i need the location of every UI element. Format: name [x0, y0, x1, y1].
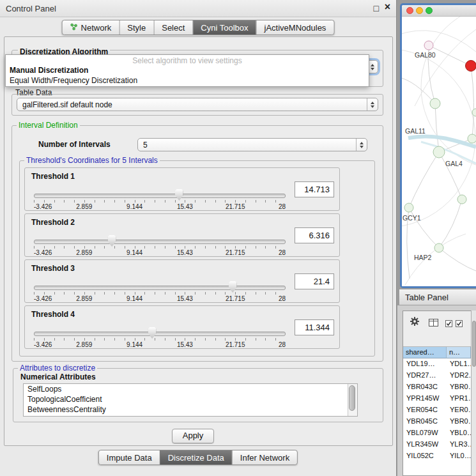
columns-icon[interactable]: [429, 318, 438, 329]
close-icon[interactable]: ×: [385, 2, 390, 12]
network-node-selected-red[interactable]: [466, 61, 476, 72]
network-node[interactable]: [457, 195, 466, 204]
list-scrollbar[interactable]: [348, 384, 357, 416]
scale-tick-label: -3.426: [34, 249, 52, 256]
threshold-3-panel: Threshold 3 -3.4262.8599.14415.4321.7152…: [24, 259, 340, 303]
threshold-1-slider[interactable]: -3.4262.8599.14415.4321.71528: [34, 191, 286, 210]
table-cell: YBL0…: [447, 427, 471, 439]
select-all-checkbox-icon[interactable]: [456, 318, 463, 330]
attribute-list-item[interactable]: TopologicalCoefficient: [24, 394, 357, 404]
table-row[interactable]: YLR345WYLR3…: [403, 439, 471, 450]
slider-track[interactable]: [34, 286, 286, 290]
table-cell: YPR1…: [447, 393, 471, 404]
table-panel-title: Table Panel: [405, 293, 449, 302]
table-row[interactable]: YIL052CYIL0…: [403, 450, 471, 462]
table-row[interactable]: YER054CYER0…: [403, 404, 471, 416]
window-minimize-icon[interactable]: [416, 7, 423, 14]
column-header-shared-name[interactable]: shared…: [403, 347, 447, 358]
tab-label: Cyni Toolbox: [201, 23, 248, 33]
table-cell: YDR27…: [403, 370, 447, 381]
attribute-list-item[interactable]: BetweennessCentrality: [24, 404, 357, 415]
scale-tick-label: 15.43: [177, 249, 193, 256]
slider-track[interactable]: [34, 240, 286, 244]
combobox-stepper-icon[interactable]: [367, 98, 378, 111]
threshold-2-panel: Threshold 2 -3.4262.8599.14415.4321.7152…: [24, 213, 340, 257]
threshold-4-value-field[interactable]: [295, 319, 334, 335]
tab-discretize-data[interactable]: Discretize Data: [160, 450, 232, 464]
slider-scale: -3.4262.8599.14415.4321.71528: [34, 295, 286, 303]
attribute-list-item[interactable]: SelfLoops: [24, 384, 357, 394]
dropdown-option-manual-discretization[interactable]: Manual Discretization: [6, 65, 369, 75]
node-label-gal80: GAL80: [415, 51, 436, 59]
threshold-2-slider[interactable]: -3.4262.8599.14415.4321.71528: [34, 237, 286, 256]
apply-button[interactable]: Apply: [172, 429, 214, 443]
scrollbar-thumb[interactable]: [472, 321, 476, 367]
numerical-attributes-list[interactable]: SelfLoopsTopologicalCoefficientBetweenne…: [23, 383, 358, 417]
network-graph[interactable]: GAL80 GAL11 GAL4 GCY1 HAP2: [402, 17, 476, 286]
table-scrollbar[interactable]: [471, 311, 476, 476]
table-cell: YPR145W: [403, 393, 447, 404]
tab-jactivemnodules[interactable]: jActiveMNodules: [256, 20, 334, 35]
tab-select[interactable]: Select: [153, 20, 192, 35]
scale-tick-label: 9.144: [127, 341, 142, 348]
slider-track[interactable]: [34, 332, 286, 336]
network-node[interactable]: [404, 203, 413, 212]
number-of-intervals-combobox[interactable]: 5: [137, 138, 367, 151]
scale-tick-label: 2.859: [76, 341, 92, 348]
slider-thumb[interactable]: [108, 235, 116, 247]
scale-tick-label: 28: [279, 295, 286, 302]
network-node[interactable]: [434, 243, 443, 252]
attributes-group-label: Attributes to discretize: [18, 364, 97, 372]
tab-style[interactable]: Style: [119, 20, 153, 35]
network-node[interactable]: [430, 98, 440, 109]
control-panel: Control Panel □ × NetworkStyleSelectCyni…: [0, 0, 397, 476]
threshold-1-value-field[interactable]: [295, 181, 334, 197]
slider-ticks: [34, 200, 286, 203]
slider-track[interactable]: [34, 194, 286, 198]
network-node[interactable]: [424, 41, 433, 50]
table-row[interactable]: YDR27…YDR2…: [403, 370, 471, 381]
threshold-2-value-field[interactable]: [295, 227, 334, 243]
table-row[interactable]: YPR145WYPR1…: [403, 393, 471, 404]
threshold-3-slider[interactable]: -3.4262.8599.14415.4321.71528: [34, 283, 286, 302]
up-arrow-icon: [360, 142, 364, 144]
network-node[interactable]: [468, 134, 476, 143]
float-window-icon[interactable]: □: [374, 3, 379, 13]
table-cell: YDL1…: [447, 358, 471, 370]
network-node[interactable]: [472, 109, 476, 116]
threshold-3-value-field[interactable]: [295, 273, 334, 289]
table-data-combobox[interactable]: galFiltered.sif default node: [17, 98, 378, 111]
tab-impute-data[interactable]: Impute Data: [99, 450, 160, 464]
slider-thumb[interactable]: [229, 281, 237, 293]
slider-thumb[interactable]: [175, 189, 183, 201]
network-node[interactable]: [433, 146, 445, 158]
table-row[interactable]: YDL19…YDL1…: [403, 358, 471, 370]
up-arrow-icon: [371, 64, 374, 66]
select-checkbox-icon[interactable]: [445, 318, 452, 330]
table-row[interactable]: YBL079WYBL0…: [403, 427, 471, 439]
tab-infer-network[interactable]: Infer Network: [232, 450, 297, 464]
dropdown-option-equal-width-frequency[interactable]: Equal Width/Frequency Discretization: [6, 75, 369, 86]
scale-tick-label: 2.859: [76, 249, 92, 256]
tab-cyni-toolbox[interactable]: Cyni Toolbox: [192, 20, 256, 35]
threshold-4-slider[interactable]: -3.4262.8599.14415.4321.71528: [34, 329, 286, 348]
table-row[interactable]: YBR045CYBR0…: [403, 416, 471, 427]
number-of-intervals-value: 5: [138, 139, 356, 151]
threshold-2-label: Threshold 2: [31, 218, 75, 227]
table-row[interactable]: YBR043CYBR0…: [403, 381, 471, 393]
network-canvas[interactable]: GAL80 GAL11 GAL4 GCY1 HAP2: [402, 17, 476, 286]
slider-thumb[interactable]: [148, 327, 157, 339]
scale-tick-label: 21.715: [226, 295, 245, 302]
scale-tick-label: 28: [279, 203, 286, 210]
scrollbar-thumb[interactable]: [349, 385, 355, 411]
threshold-3-label: Threshold 3: [31, 264, 75, 273]
scale-tick-label: 9.144: [127, 249, 142, 256]
table-cell: YBR0…: [447, 381, 471, 393]
column-header-name[interactable]: n…: [447, 347, 471, 358]
combobox-stepper-icon[interactable]: [356, 139, 367, 151]
gear-icon[interactable]: [410, 316, 420, 329]
table-panel-header: Table Panel: [399, 289, 476, 305]
window-zoom-icon[interactable]: [426, 7, 433, 14]
window-close-icon[interactable]: [406, 7, 413, 14]
tab-network[interactable]: Network: [63, 20, 119, 35]
